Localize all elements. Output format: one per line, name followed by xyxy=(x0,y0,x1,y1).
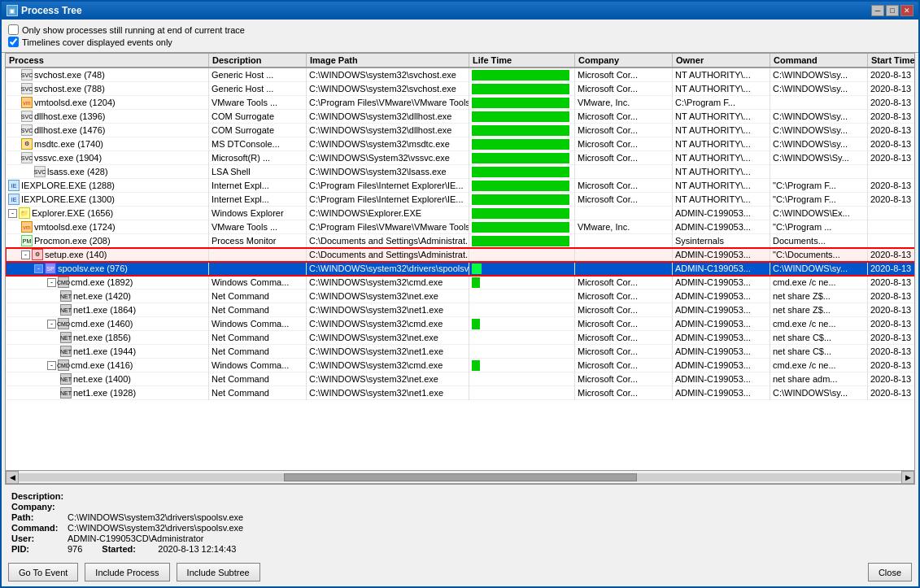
table-row[interactable]: NET net.exe (1420) Net Command C:\WINDOW… xyxy=(6,290,914,303)
show-running-only-row: Only show processes still running at end… xyxy=(8,24,912,35)
table-row[interactable]: - CMD cmd.exe (1460) Windows Comma... C:… xyxy=(6,317,914,331)
cell-owner: ADMIN-C199053... xyxy=(673,386,770,400)
table-row[interactable]: - CMD cmd.exe (1892) Windows Comma... C:… xyxy=(6,276,914,290)
cell-description: LSA Shell xyxy=(209,165,307,179)
table-row[interactable]: NET net1.exe (1944) Net Command C:\WINDO… xyxy=(6,345,914,359)
minimize-button[interactable]: ─ xyxy=(871,5,884,16)
cell-description xyxy=(209,262,307,276)
scroll-right-button[interactable]: ▶ xyxy=(901,471,914,484)
cell-lifetime xyxy=(469,193,575,207)
table-row[interactable]: SVC svchost.exe (788) Generic Host ... C… xyxy=(6,82,914,96)
th-description[interactable]: Description xyxy=(209,54,307,67)
cell-owner: NT AUTHORITY\... xyxy=(673,165,770,179)
expand-collapse-button[interactable]: - xyxy=(8,209,17,218)
pid-value: 976 xyxy=(68,544,82,554)
spoolsv-row[interactable]: - SP spoolsv.exe (976) C:\WINDOWS\system… xyxy=(6,262,914,276)
cell-process: - CMD cmd.exe (1892) xyxy=(6,276,209,290)
cell-starttime: 2020-8-13 12:... xyxy=(868,68,914,82)
scroll-left-button[interactable]: ◀ xyxy=(6,471,19,484)
table-scroll-inner: SVC svchost.exe (748) Generic Host ... C… xyxy=(6,68,914,400)
process-icon: ⚙ xyxy=(21,138,33,150)
table-row[interactable]: NET net.exe (1856) Net Command C:\WINDOW… xyxy=(6,331,914,345)
options-bar: Only show processes still running at end… xyxy=(2,20,918,52)
expand-collapse-button[interactable]: - xyxy=(47,278,56,287)
cell-lifetime xyxy=(469,137,575,151)
cell-imagepath: C:\WINDOWS\system32\net1.exe xyxy=(307,345,469,359)
table-row[interactable]: vm vmtoolsd.exe (1724) VMware Tools ... … xyxy=(6,220,914,234)
cell-description: Process Monitor xyxy=(209,234,307,248)
cell-process: IE IEXPLORE.EXE (1288) xyxy=(6,179,209,193)
close-title-button[interactable]: ✕ xyxy=(900,5,913,16)
expand-collapse-button[interactable]: - xyxy=(47,361,56,370)
cell-process: vm vmtoolsd.exe (1724) xyxy=(6,220,209,234)
cell-process: IE IEXPLORE.EXE (1300) xyxy=(6,193,209,207)
process-icon: CMD xyxy=(58,318,69,329)
process-icon: SVC xyxy=(34,166,46,177)
table-row[interactable]: NET net.exe (1400) Net Command C:\WINDOW… xyxy=(6,372,914,386)
cell-command: net share Z$... xyxy=(770,303,868,317)
cell-description: VMware Tools ... xyxy=(209,96,307,110)
cell-command: C:\WINDOWS\Ex... xyxy=(770,207,868,220)
th-process[interactable]: Process xyxy=(6,54,209,67)
horizontal-scrollbar[interactable]: ◀ ▶ xyxy=(6,470,914,483)
timelines-cover-checkbox[interactable] xyxy=(8,37,19,47)
include-process-button[interactable]: Include Process xyxy=(85,563,169,581)
cell-company: Microsoft Cor... xyxy=(575,68,673,82)
cell-lifetime xyxy=(469,276,575,290)
table-row[interactable]: NET net1.exe (1928) Net Command C:\WINDO… xyxy=(6,386,914,400)
timelines-cover-label: Timelines cover displayed events only xyxy=(22,37,172,47)
user-label: User: xyxy=(11,534,64,543)
tree-container: Process Description Image Path Life Time… xyxy=(5,53,915,484)
table-row[interactable]: ⚙ msdtc.exe (1740) MS DTConsole... C:\WI… xyxy=(6,137,914,151)
table-row[interactable]: SVC dllhost.exe (1476) COM Surrogate C:\… xyxy=(6,124,914,137)
table-row[interactable]: PM Procmon.exe (208) Process Monitor C:\… xyxy=(6,234,914,248)
cell-owner: ADMIN-C199053... xyxy=(673,276,770,290)
table-body[interactable]: SVC svchost.exe (748) Generic Host ... C… xyxy=(6,68,914,470)
cell-owner: ADMIN-C199053... xyxy=(673,372,770,386)
cell-lifetime xyxy=(469,345,575,359)
go-to-event-button[interactable]: Go To Event xyxy=(8,563,78,581)
table-row[interactable]: - CMD cmd.exe (1416) Windows Comma... C:… xyxy=(6,359,914,372)
setup-row[interactable]: - ⚙ setup.exe (140) C:\Documents and Set… xyxy=(6,248,914,262)
table-row[interactable]: SVC lsass.exe (428) LSA Shell C:\WINDOWS… xyxy=(6,165,914,179)
include-subtree-button[interactable]: Include Subtree xyxy=(177,563,260,581)
table-row[interactable]: vm vmtoolsd.exe (1204) VMware Tools ... … xyxy=(6,96,914,110)
maximize-button[interactable]: □ xyxy=(886,5,899,16)
th-owner[interactable]: Owner xyxy=(673,54,770,67)
cell-owner: ADMIN-C199053... xyxy=(673,345,770,359)
table-row[interactable]: IE IEXPLORE.EXE (1288) Internet Expl... … xyxy=(6,179,914,193)
expand-collapse-button[interactable]: - xyxy=(47,320,56,329)
cell-owner: NT AUTHORITY\... xyxy=(673,193,770,207)
cell-imagepath: C:\WINDOWS\system32\svchost.exe xyxy=(307,68,469,82)
cell-process: NET net.exe (1400) xyxy=(6,372,209,386)
process-icon: vm xyxy=(21,97,33,108)
th-imagepath[interactable]: Image Path xyxy=(307,54,469,67)
table-row[interactable]: IE IEXPLORE.EXE (1300) Internet Expl... … xyxy=(6,193,914,207)
close-button[interactable]: Close xyxy=(868,563,912,581)
cell-process: ⚙ msdtc.exe (1740) xyxy=(6,137,209,151)
th-company[interactable]: Company xyxy=(575,54,673,67)
command-value: C:\WINDOWS\system32\drivers\spoolsv.exe xyxy=(68,523,243,533)
cell-imagepath: C:\WINDOWS\system32\net.exe xyxy=(307,331,469,345)
cell-command: net share Z$... xyxy=(770,290,868,303)
process-icon: CMD xyxy=(58,359,69,371)
table-row[interactable]: SVC dllhost.exe (1396) COM Surrogate C:\… xyxy=(6,110,914,124)
expand-collapse-button[interactable]: - xyxy=(34,264,43,273)
table-row[interactable]: SVC vssvc.exe (1904) Microsoft(R) ... C:… xyxy=(6,151,914,165)
process-icon: NET xyxy=(60,290,72,302)
table-row[interactable]: NET net1.exe (1864) Net Command C:\WINDO… xyxy=(6,303,914,317)
cell-owner: ADMIN-C199053... xyxy=(673,331,770,345)
expand-collapse-button[interactable]: - xyxy=(21,250,30,259)
th-lifetime[interactable]: Life Time xyxy=(469,54,575,67)
th-starttime[interactable]: Start Time xyxy=(868,54,915,67)
scroll-thumb[interactable] xyxy=(284,473,637,481)
show-running-only-checkbox[interactable] xyxy=(8,24,19,35)
scroll-track[interactable] xyxy=(19,473,901,481)
table-header: Process Description Image Path Life Time… xyxy=(6,54,914,68)
table-row[interactable]: - 📁 Explorer.EXE (1656) Windows Explorer… xyxy=(6,207,914,220)
cell-process: - CMD cmd.exe (1460) xyxy=(6,317,209,331)
th-command[interactable]: Command xyxy=(770,54,868,67)
cell-starttime: 2020-8-13 12:... xyxy=(868,372,914,386)
table-row[interactable]: SVC svchost.exe (748) Generic Host ... C… xyxy=(6,68,914,82)
cell-process: NET net1.exe (1864) xyxy=(6,303,209,317)
